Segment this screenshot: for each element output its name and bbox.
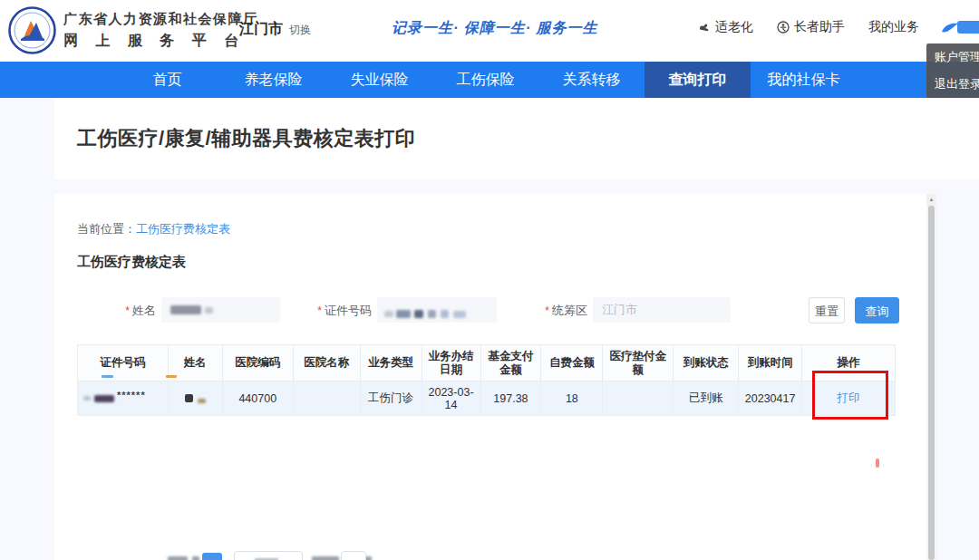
pagination-total-text (168, 556, 188, 560)
menu-item-account[interactable]: 账户管理 (926, 43, 979, 71)
content-card: 当前位置：工伤医疗费核定表 工伤医疗费核定表 *姓名 *证件号码 *统筹区 江门… (54, 194, 926, 560)
org-title: 广东省人力资源和社会保障厅 网 上 服 务 平 台 (63, 11, 258, 51)
my-business-label: 我的业务 (868, 19, 919, 35)
required-mark: * (125, 304, 130, 317)
col-header-arrival-status: 到账状态 (674, 345, 739, 381)
pagination-goto-label (312, 556, 339, 560)
nav-item-pension[interactable]: 养老保险 (220, 62, 326, 98)
header-actions: 适老化 长者助手 我的业务 (674, 19, 959, 35)
org-name-line1: 广东省人力资源和社会保障厅 (63, 11, 258, 28)
redacted-cell-name-2 (198, 399, 206, 403)
cell-advance-amount (603, 381, 674, 416)
redacted-name-value-2 (205, 307, 213, 314)
redacted-cell-id-2 (94, 395, 114, 402)
region-field-label: *统筹区 (515, 297, 587, 323)
title-bar: 工伤医疗/康复/辅助器具费核定表打印 (54, 98, 979, 179)
cell-business-type: 工伤门诊 (361, 381, 422, 416)
name-input[interactable] (161, 297, 280, 323)
cell-self-amount: 18 (541, 381, 603, 416)
elder-helper-icon (777, 21, 790, 34)
cell-arrival-time: 20230417 (739, 381, 802, 416)
col-header-fund-amount: 基金支付金额 (481, 345, 542, 381)
results-table: 证件号码 姓名 医院编码 医院名称 业务类型 业务办结日期 基金支付金额 自费金… (77, 344, 896, 416)
page-title: 工伤医疗/康复/辅助器具费核定表打印 (54, 98, 979, 152)
col-header-self-amount: 自费金额 (541, 345, 603, 381)
search-button[interactable]: 查询 (855, 297, 899, 323)
cell-id-number: ****** (78, 381, 169, 416)
scrollbar-up-arrow-icon[interactable]: ▲ (926, 194, 936, 206)
cell-finish-date: 2023-03-14 (422, 381, 481, 416)
nav-item-work-injury[interactable]: 工伤保险 (432, 62, 538, 98)
corner-widget[interactable] (957, 21, 979, 34)
region-input[interactable]: 江门市 (593, 297, 731, 323)
id-mask-stars: ****** (117, 390, 146, 401)
brush-icon[interactable] (941, 22, 959, 34)
pagination-current-page[interactable] (202, 553, 222, 560)
nav-item-transfer[interactable]: 关系转移 (538, 62, 645, 98)
site-header: 广东省人力资源和社会保障厅 网 上 服 务 平 台 江门市切换 记录一生· 保障… (0, 0, 979, 62)
redacted-cell-id (83, 396, 91, 401)
table-row: ****** 440700 工伤门诊 2023-03-14 197.38 18 … (78, 381, 896, 416)
table-header-row: 证件号码 姓名 医院编码 医院名称 业务类型 业务办结日期 基金支付金额 自费金… (78, 345, 896, 381)
site-slogan: 记录一生· 保障一生· 服务一生 (392, 19, 654, 38)
nav-item-query-print[interactable]: 查询打印 (645, 62, 751, 98)
id-field-label: *证件号码 (299, 297, 372, 323)
col-header-hospital-code: 医院编码 (223, 345, 294, 381)
redacted-name-value (170, 305, 201, 314)
cell-name (169, 381, 223, 416)
breadcrumb-current-link[interactable]: 工伤医疗费核定表 (136, 222, 230, 236)
query-form: *姓名 *证件号码 *统筹区 江门市 重置 查询 (54, 297, 926, 323)
accessibility-label: 适老化 (715, 19, 753, 35)
redacted-cell-name (185, 394, 193, 402)
reset-button[interactable]: 重置 (809, 297, 845, 323)
org-name-line2: 网 上 服 务 平 台 (63, 32, 258, 51)
breadcrumb: 当前位置：工伤医疗费核定表 (77, 221, 230, 237)
col-header-advance-amount: 医疗垫付金额 (603, 345, 674, 381)
col-header-arrival-time: 到账时间 (739, 345, 802, 381)
user-menu: 账户管理 退出登录 (926, 43, 979, 98)
required-mark: * (317, 304, 322, 317)
redaction-artifact-blue (102, 375, 113, 378)
my-business-button[interactable]: 我的业务 (868, 19, 919, 35)
menu-item-logout[interactable]: 退出登录 (926, 71, 979, 98)
current-city: 江门市 (239, 21, 283, 36)
breadcrumb-label: 当前位置： (77, 222, 136, 236)
page: 广东省人力资源和社会保障厅 网 上 服 务 平 台 江门市切换 记录一生· 保障… (0, 0, 979, 560)
red-annotation-box (812, 371, 888, 420)
accessibility-mode-button[interactable]: 适老化 (698, 19, 753, 35)
cell-hospital-code: 440700 (223, 381, 294, 416)
col-header-hospital-name: 医院名称 (294, 345, 361, 381)
col-header-business-type: 业务类型 (361, 345, 422, 381)
nav-item-home[interactable]: 首页 (114, 62, 220, 98)
cell-fund-amount: 197.38 (481, 381, 542, 416)
pagination-prev-arrow[interactable] (192, 556, 199, 560)
pagination-goto-input[interactable] (341, 551, 366, 560)
gov-logo-icon (8, 6, 56, 54)
elder-helper-label: 长者助手 (794, 19, 845, 35)
redaction-artifact-orange (166, 375, 177, 378)
redacted-id-value (377, 297, 497, 322)
red-cursor-artifact (876, 459, 879, 468)
content-scrollbar[interactable]: ▲ (926, 194, 936, 560)
main-nav: 首页 养老保险 失业保险 工伤保险 关系转移 查询打印 我的社保卡 (0, 62, 979, 98)
city-switch-link[interactable]: 切换 (289, 24, 311, 36)
name-field-label: *姓名 (82, 297, 156, 323)
id-number-input[interactable] (377, 297, 497, 323)
cell-arrival-status: 已到账 (674, 381, 739, 416)
col-header-finish-date: 业务办结日期 (422, 345, 481, 381)
scrollbar-thumb[interactable] (928, 206, 935, 560)
nav-item-unemployment[interactable]: 失业保险 (326, 62, 432, 98)
section-title: 工伤医疗费核定表 (77, 254, 186, 271)
required-mark: * (545, 304, 549, 317)
pagination-size-select[interactable] (234, 551, 303, 560)
accessibility-icon (698, 21, 711, 34)
elder-helper-button[interactable]: 长者助手 (777, 19, 845, 35)
col-header-id: 证件号码 (78, 345, 169, 381)
nav-item-social-card[interactable]: 我的社保卡 (751, 62, 857, 98)
cell-hospital-name (294, 381, 361, 416)
city-selector: 江门市切换 (239, 20, 311, 39)
region-value: 江门市 (593, 297, 731, 323)
